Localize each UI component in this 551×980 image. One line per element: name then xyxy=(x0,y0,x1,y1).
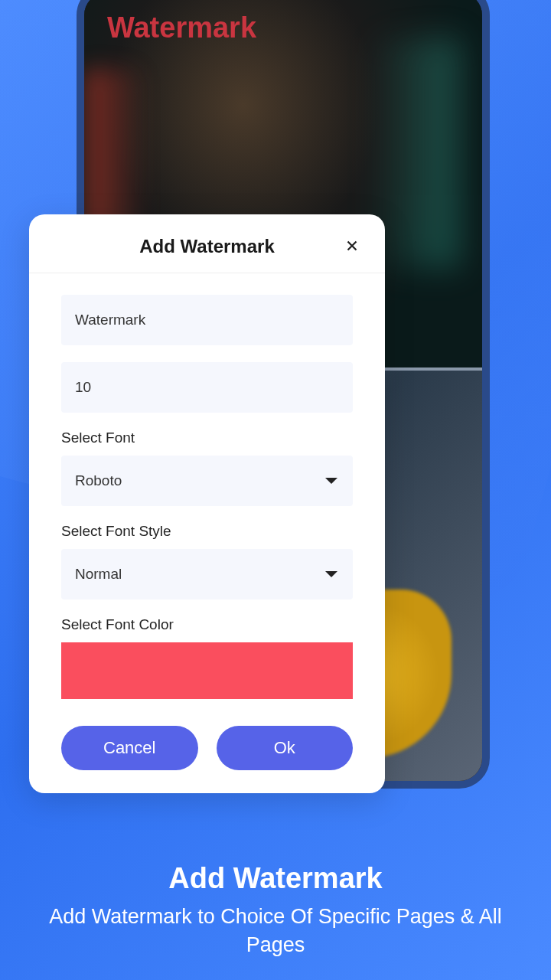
watermark-text-input[interactable] xyxy=(61,295,353,345)
dialog-title: Add Watermark xyxy=(139,236,274,257)
font-style-select-value: Normal xyxy=(75,566,122,583)
promo-footer: Add Watermark Add Watermark to Choice Of… xyxy=(0,862,551,959)
dialog-actions: Cancel Ok xyxy=(29,726,385,770)
chevron-down-icon xyxy=(324,570,339,579)
add-watermark-dialog: Add Watermark Select Font Roboto Select … xyxy=(29,214,385,793)
font-select[interactable]: Roboto xyxy=(61,456,353,506)
footer-subtitle: Add Watermark to Choice Of Specific Page… xyxy=(23,903,528,959)
font-label: Select Font xyxy=(61,430,353,446)
footer-title: Add Watermark xyxy=(23,862,528,895)
close-button[interactable] xyxy=(342,236,362,259)
ok-button[interactable]: Ok xyxy=(217,726,354,770)
font-select-value: Roboto xyxy=(75,472,122,489)
dialog-header: Add Watermark xyxy=(29,236,385,273)
watermark-size-input[interactable] xyxy=(61,362,353,413)
dialog-body: Select Font Roboto Select Font Style Nor… xyxy=(29,273,385,699)
close-icon xyxy=(344,237,360,254)
font-style-label: Select Font Style xyxy=(61,523,353,540)
watermark-preview-text: Watermark xyxy=(107,11,256,44)
font-style-select[interactable]: Normal xyxy=(61,549,353,599)
font-color-label: Select Font Color xyxy=(61,616,353,633)
cancel-button[interactable]: Cancel xyxy=(61,726,198,770)
font-color-swatch[interactable] xyxy=(61,642,353,699)
chevron-down-icon xyxy=(324,476,339,485)
